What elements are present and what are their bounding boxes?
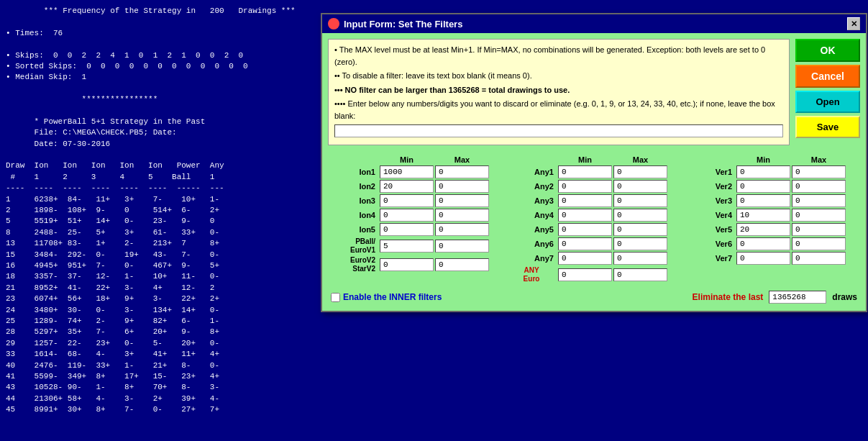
enable-inner-label[interactable]: Enable the INNER filters [331, 292, 442, 302]
ver5-label: Ver5 [685, 225, 735, 234]
ver1-label: Ver1 [685, 168, 735, 176]
any7-row: Any7 [506, 252, 682, 265]
ver5-min-input[interactable] [736, 223, 790, 236]
ver6-max-input[interactable] [792, 237, 846, 250]
ver7-max-input[interactable] [792, 252, 846, 265]
any5-row: Any5 [506, 223, 682, 236]
pball-max-input[interactable] [435, 240, 489, 253]
any5-label: Any5 [506, 225, 557, 234]
ion3-min-input[interactable] [380, 194, 434, 207]
any7-min-input[interactable] [558, 252, 612, 265]
ion3-row: Ion3 [328, 194, 503, 207]
cancel-button[interactable]: Cancel [795, 65, 860, 88]
any4-row: Any4 [506, 209, 682, 222]
any4-min-input[interactable] [558, 209, 612, 222]
any4-max-input[interactable] [613, 209, 667, 222]
button-panel: OK Cancel Open Save [795, 39, 860, 151]
title-icon [328, 18, 339, 29]
ver3-max-input[interactable] [792, 194, 846, 207]
ion5-max-input[interactable] [435, 223, 489, 236]
ver2-min-input[interactable] [736, 180, 790, 193]
bottom-bar: Enable the INNER filters Eliminate the l… [328, 289, 860, 305]
middle-header: Min Max [506, 155, 682, 164]
ion2-min-input[interactable] [380, 180, 434, 193]
ion5-min-input[interactable] [380, 223, 434, 236]
eurov2-max-input[interactable] [435, 258, 489, 271]
ver2-label: Ver2 [685, 182, 735, 191]
close-button[interactable]: ✕ [847, 17, 860, 30]
any5-min-input[interactable] [558, 223, 612, 236]
any1-max-input[interactable] [613, 165, 667, 178]
enable-inner-checkbox[interactable] [331, 293, 340, 302]
any3-max-input[interactable] [613, 194, 667, 207]
ver1-min-input[interactable] [736, 165, 790, 178]
eurov2-label: EuroV2StarV2 [328, 256, 378, 273]
ver4-row: Ver4 [685, 209, 860, 222]
ver6-row: Ver6 [685, 237, 860, 250]
modal-titlebar: Input Form: Set The Filters ✕ [322, 14, 866, 33]
ver3-min-input[interactable] [736, 194, 790, 207]
modal-dialog: Input Form: Set The Filters ✕ • The MAX … [321, 13, 867, 312]
any2-min-input[interactable] [558, 180, 612, 193]
modal-body: • The MAX level must be at least Min+1. … [322, 33, 866, 311]
info-line-1: • The MAX level must be at least Min+1. … [334, 44, 783, 68]
middle-min-header: Min [558, 155, 612, 164]
info-row: • The MAX level must be at least Min+1. … [328, 39, 860, 151]
ion1-min-input[interactable] [380, 165, 434, 178]
any7-max-input[interactable] [613, 252, 667, 265]
ver2-max-input[interactable] [792, 180, 846, 193]
filter-section-middle: Min Max Any1 Any2 Any3 [506, 155, 682, 285]
ver5-row: Ver5 [685, 223, 860, 236]
any5-max-input[interactable] [613, 223, 667, 236]
any6-min-input[interactable] [558, 237, 612, 250]
info-line-4: •••• Enter below any numbers/digits you … [334, 98, 783, 122]
discard-input[interactable] [334, 124, 783, 137]
any6-row: Any6 [506, 237, 682, 250]
ion5-label: Ion5 [328, 225, 378, 234]
any6-max-input[interactable] [613, 237, 667, 250]
any-euro-min-input[interactable] [558, 268, 612, 281]
any2-max-input[interactable] [613, 180, 667, 193]
info-line-2: •• To disable a filter: leave its text b… [334, 70, 783, 82]
ver7-min-input[interactable] [736, 252, 790, 265]
modal-title: Input Form: Set The Filters [344, 19, 462, 29]
any1-min-input[interactable] [558, 165, 612, 178]
ion4-min-input[interactable] [380, 209, 434, 222]
any-euro-label: ANYEuro [506, 266, 557, 283]
ion2-max-input[interactable] [435, 180, 489, 193]
eurov2-min-input[interactable] [380, 258, 434, 271]
eliminate-input[interactable] [769, 291, 826, 304]
ver4-max-input[interactable] [792, 209, 846, 222]
ver1-max-input[interactable] [792, 165, 846, 178]
eurov2-row: EuroV2StarV2 [328, 256, 503, 273]
open-button[interactable]: Open [795, 91, 860, 113]
ion4-max-input[interactable] [435, 209, 489, 222]
ver2-row: Ver2 [685, 180, 860, 193]
ion3-label: Ion3 [328, 196, 378, 205]
ver3-row: Ver3 [685, 194, 860, 207]
any-euro-max-input[interactable] [613, 268, 667, 281]
ver3-label: Ver3 [685, 196, 735, 205]
filter-section-right: Min Max Ver1 Ver2 Ver3 [685, 155, 860, 285]
ion3-max-input[interactable] [435, 194, 489, 207]
any3-min-input[interactable] [558, 194, 612, 207]
ion4-row: Ion4 [328, 209, 503, 222]
ver6-label: Ver6 [685, 240, 735, 248]
pball-min-input[interactable] [380, 240, 434, 253]
any4-label: Any4 [506, 211, 557, 219]
any1-row: Any1 [506, 165, 682, 178]
left-max-header: Max [435, 155, 489, 164]
filter-section-left: Min Max Ion1 Ion2 Ion3 [328, 155, 503, 285]
ion1-label: Ion1 [328, 168, 378, 176]
ion1-max-input[interactable] [435, 165, 489, 178]
save-button[interactable]: Save [795, 116, 860, 138]
filter-container: Min Max Ion1 Ion2 Ion3 [328, 155, 860, 285]
ver4-min-input[interactable] [736, 209, 790, 222]
ver7-row: Ver7 [685, 252, 860, 265]
any-euro-row: ANYEuro [506, 266, 682, 283]
ver5-max-input[interactable] [792, 223, 846, 236]
ver6-min-input[interactable] [736, 237, 790, 250]
any2-label: Any2 [506, 182, 557, 191]
ok-button[interactable]: OK [795, 39, 860, 62]
draws-label: draws [832, 292, 857, 302]
